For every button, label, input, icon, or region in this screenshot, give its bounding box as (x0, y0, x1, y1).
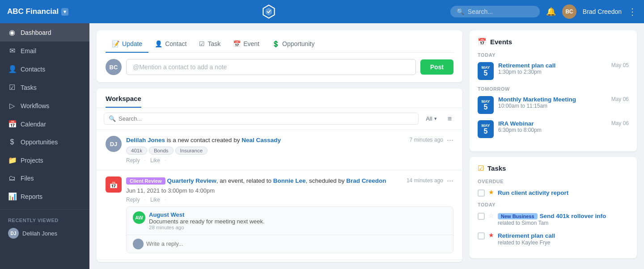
workspace-search-icon: 🔍 (109, 115, 116, 122)
sidebar-item-projects[interactable]: 📁Projects (0, 151, 89, 169)
tasks-icon: ☑ (478, 164, 484, 172)
sidebar-item-opportunities[interactable]: $Opportunities (0, 133, 89, 151)
task-star-empty-icon[interactable]: ☆ (488, 212, 494, 219)
workspace-search-input[interactable] (119, 115, 414, 122)
reply-row (127, 235, 453, 253)
post-tab-update[interactable]: 📝Update (106, 38, 148, 53)
event-date-label: May 06 (611, 120, 629, 126)
feed-avatar: DJ (106, 136, 122, 152)
post-tab-opportunity[interactable]: 💲Opportunity (266, 38, 321, 53)
task-name[interactable]: Run client activity report (498, 189, 568, 196)
sidebar-recent: DJDelilah Jones (0, 225, 89, 242)
sidebar-item-workflows[interactable]: ▷Workflows (0, 97, 89, 115)
task-checkbox[interactable] (478, 232, 485, 240)
feed-actions: Reply·Like· (126, 157, 453, 164)
sidebar-projects-icon: 📁 (8, 156, 16, 164)
workspace-toolbar: 🔍 All ▾ ≡ (97, 108, 462, 130)
event-avatar: 📅 (106, 177, 122, 193)
sidebar-item-reports[interactable]: 📊Reports (0, 187, 89, 206)
event-row: MAY 5 Retirement plan call 1:30pm to 2:3… (478, 62, 629, 80)
sidebar-divider (0, 209, 89, 210)
sidebar-item-calendar[interactable]: 📅Calendar (0, 115, 89, 133)
feed-tag[interactable]: Insurance (175, 147, 208, 155)
event-day: 5 (484, 104, 488, 111)
task-checkbox[interactable] (478, 213, 485, 220)
event-name[interactable]: Retirement plan call (498, 62, 607, 69)
feed-action-reply[interactable]: Reply (126, 157, 140, 164)
tab-event-label: Event (243, 40, 259, 47)
feed-tag[interactable]: Bonds (149, 147, 174, 155)
sidebar-workflows-icon: ▷ (8, 101, 16, 110)
username-label[interactable]: Brad Creedon (583, 8, 622, 15)
post-input[interactable] (126, 59, 416, 75)
event-date: Jun 11, 2021 to 3:00pm to 4:00pm (126, 187, 453, 194)
sidebar-item-files[interactable]: 🗂Files (0, 169, 89, 187)
post-card: 📝Update👤Contact☑Task📅Event💲Opportunity B… (97, 30, 462, 82)
recently-viewed-label: RECENTLY VIEWED (0, 213, 89, 225)
feed-action-reply[interactable]: Reply (126, 197, 140, 203)
feed-nested: AW August West Documents are ready for m… (126, 206, 453, 253)
post-button[interactable]: Post (420, 59, 453, 75)
post-tab-task[interactable]: ☑Task (193, 38, 227, 53)
workspace-view-options[interactable]: ≡ (444, 113, 455, 125)
filter-label: All (426, 115, 432, 122)
task-name[interactable]: Send 401k rollover info (540, 213, 606, 219)
view-options-icon: ≡ (448, 115, 452, 123)
main-content: 📝Update👤Contact☑Task📅Event💲Opportunity B… (89, 23, 470, 269)
workspace-filter[interactable]: All ▾ (422, 113, 440, 124)
sidebar-calendar-icon: 📅 (8, 120, 16, 128)
workspace-card: Workspace 🔍 All ▾ ≡ DJ Delila (97, 88, 462, 262)
sidebar-recent-item[interactable]: DJDelilah Jones (0, 225, 89, 242)
feed-action-like[interactable]: Like (150, 197, 160, 203)
sidebar-item-contacts[interactable]: 👤Contacts (0, 60, 89, 78)
sidebar-item-label: Dashboard (21, 29, 51, 36)
sidebar-tasks-icon: ☑ (8, 83, 16, 92)
tab-event-icon: 📅 (233, 40, 241, 47)
app-logo (88, 4, 450, 20)
post-tabs: 📝Update👤Contact☑Task📅Event💲Opportunity (106, 38, 453, 53)
task-checkbox[interactable] (478, 189, 485, 197)
feed-tag[interactable]: 401k (126, 147, 147, 155)
feed-action-like[interactable]: Like (150, 157, 160, 164)
avatar[interactable]: BC (562, 4, 576, 19)
task-name[interactable]: Retirement plan call (498, 232, 555, 239)
logo-icon (261, 4, 277, 20)
recent-avatar: DJ (8, 228, 19, 239)
sidebar-opportunities-icon: $ (8, 138, 16, 146)
tab-update-icon: 📝 (112, 40, 119, 47)
feed-item: 📅 Client ReviewQuarterly Review, an even… (97, 170, 462, 260)
sidebar-item-dashboard[interactable]: ◉Dashboard (0, 23, 89, 42)
tab-opportunity-label: Opportunity (282, 40, 314, 47)
sidebar-item-label: Projects (21, 157, 43, 164)
sidebar-item-label: Workflows (21, 102, 49, 109)
events-section-label: TODAY (478, 52, 629, 58)
workspace-search[interactable]: 🔍 (104, 113, 419, 125)
task-star-icon[interactable]: ★ (488, 189, 494, 196)
notification-bell-icon[interactable]: 🔔 (546, 7, 556, 17)
post-input-row: BC Post (106, 59, 453, 75)
sidebar-item-email[interactable]: ✉Email (0, 42, 89, 60)
event-day: 5 (484, 128, 488, 135)
task-row: ★ Retirement plan call related to Kaylee… (478, 231, 629, 246)
feed-more-icon[interactable]: ··· (447, 136, 453, 144)
event-row: MAY 5 Monthly Marketing Meeting 10:00am … (478, 96, 629, 114)
event-name[interactable]: IRA Webinar (498, 120, 607, 127)
events-title: Events (490, 38, 512, 46)
recent-label: Delilah Jones (22, 230, 57, 237)
reply-input[interactable] (146, 240, 447, 247)
post-tab-contact[interactable]: 👤Contact (148, 38, 193, 53)
feed-item: DJ Delilah Jones is a new contact create… (97, 130, 462, 170)
sidebar-item-tasks[interactable]: ☑Tasks (0, 78, 89, 97)
feed-more-icon[interactable]: ··· (447, 177, 453, 185)
post-tab-event[interactable]: 📅Event (227, 38, 266, 53)
event-date-box: MAY 5 (478, 62, 494, 80)
global-search[interactable]: 🔍 (450, 6, 540, 17)
nested-name[interactable]: August West (149, 211, 265, 218)
brand-caret[interactable]: ▾ (61, 8, 68, 16)
tasks-section-label: TODAY (478, 202, 629, 207)
search-input[interactable] (468, 8, 530, 15)
feed-time: 14 minutes ago (407, 177, 443, 184)
task-priority-icon[interactable]: ★ (488, 231, 494, 239)
nav-more-icon[interactable]: ⋮ (628, 6, 637, 17)
event-name[interactable]: Monthly Marketing Meeting (498, 96, 607, 103)
